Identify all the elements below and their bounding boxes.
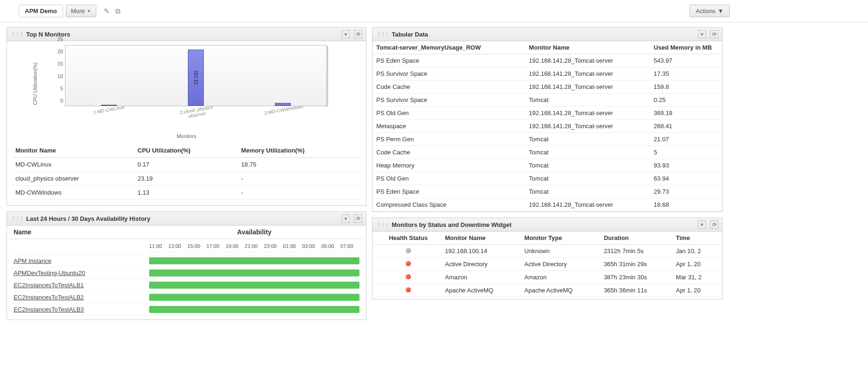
table-row[interactable]: Apache ActiveMQApache ActiveMQ365h 36min… [375, 284, 719, 297]
cell: 63.94 [650, 172, 722, 185]
cell: - [238, 172, 360, 186]
availability-bar[interactable] [149, 306, 359, 313]
widget-header[interactable]: ⋮⋮⋮ Last 24 Hours / 30 Days Availability… [7, 212, 366, 225]
health-status-icon [406, 287, 411, 292]
popout-icon[interactable]: ⧉ [113, 5, 123, 17]
bar[interactable]: 23.192 [188, 50, 204, 106]
cell: Metaspace [373, 120, 525, 133]
table-row[interactable]: PS Old GenTomcat63.942,650.56 [373, 172, 722, 185]
col-header[interactable]: Time [672, 232, 719, 245]
cell: Amazon [441, 271, 521, 284]
col-header[interactable]: Duration [600, 232, 672, 245]
table-row[interactable]: Active DirectoryActive Directory365h 31m… [375, 258, 719, 271]
refresh-icon[interactable]: ⟳ [710, 30, 718, 38]
refresh-icon[interactable]: ⟳ [354, 30, 362, 38]
drag-handle-icon[interactable]: ⋮⋮⋮ [376, 222, 389, 228]
monitor-link[interactable]: EC2InstancesToTestALB2 [14, 294, 84, 301]
cell: Compressed Class Space [373, 198, 525, 211]
table-row[interactable]: PS Survivor SpaceTomcat0.250.25 [373, 94, 722, 107]
col-header[interactable]: Monitor Name [441, 232, 521, 245]
col-name: Name [10, 225, 145, 239]
cell: 365h 31min 29s [600, 258, 672, 271]
health-status-icon [406, 274, 411, 279]
cell: 192.168.141.28_Tomcat-server [525, 67, 650, 80]
cell: Tomcat [525, 172, 650, 185]
actions-label: Actions [696, 7, 716, 15]
availability-bar[interactable] [149, 282, 359, 289]
time-tick: 17:00 [207, 243, 226, 249]
time-tick: 01:00 [283, 243, 302, 249]
cell: 365h 36min 11s [600, 284, 672, 297]
time-tick: 03:00 [302, 243, 321, 249]
cell: 369.19 [650, 107, 722, 120]
chevron-down-icon: ▼ [717, 7, 724, 15]
table-row: APMDevTesting-Ubuntu20 [10, 267, 363, 279]
table-row[interactable]: Metaspace192.168.141.28_Tomcat-server268… [373, 120, 722, 133]
bar-value-label: 23.192 [194, 71, 199, 85]
cell: Code Cache [373, 146, 525, 159]
tab-apm-demo[interactable]: APM Demo [19, 5, 63, 17]
refresh-icon[interactable]: ⟳ [710, 220, 718, 229]
widget-menu-icon[interactable]: ▾ [342, 214, 350, 223]
health-status-icon [406, 261, 411, 266]
monitor-link[interactable]: EC2InstancesToTestALB1 [14, 282, 84, 289]
more-dropdown[interactable]: More ▼ [66, 5, 97, 17]
widget-header[interactable]: ⋮⋮⋮ Tabular Data ▾ ⟳ [373, 28, 722, 41]
monitor-link[interactable]: EC2InstancesToTestALB3 [14, 306, 84, 313]
table-row[interactable]: MD-CWLinux0.1718.75 [13, 158, 360, 172]
drag-handle-icon[interactable]: ⋮⋮⋮ [11, 216, 23, 222]
table-row[interactable]: AmazonAmazon387h 23min 30sMar 31, 2 [375, 271, 719, 284]
edit-icon[interactable]: ✎ [101, 5, 113, 17]
refresh-icon[interactable]: ⟳ [354, 214, 362, 223]
cell: Apr 1, 20 [672, 284, 719, 297]
cell: Heap Memory [373, 159, 525, 172]
col-header[interactable]: Monitor Name [525, 41, 650, 54]
table-row[interactable]: PS Eden SpaceTomcat29.731,326.77 [373, 185, 722, 198]
availability-bar[interactable] [149, 269, 359, 276]
cell: 192.168.141.28_Tomcat-server [525, 198, 650, 211]
table-row[interactable]: Compressed Class Space192.168.141.28_Tom… [373, 198, 722, 211]
table-row[interactable]: PS Perm GenTomcat21.0760.93 [373, 133, 722, 146]
col-header[interactable]: CPU Utilization(%) [135, 144, 238, 158]
table-row[interactable]: Heap MemoryTomcat93.933,525.57 [373, 159, 722, 172]
chart-xlabel: Monitors [177, 133, 196, 139]
bar[interactable] [275, 103, 291, 106]
availability-bar[interactable] [149, 257, 359, 264]
table-row[interactable]: PS Old Gen192.168.141.28_Tomcat-server36… [373, 107, 722, 120]
col-header[interactable]: Used Memory in MB [650, 41, 722, 54]
col-header[interactable]: Health Status [375, 232, 441, 245]
drag-handle-icon[interactable]: ⋮⋮⋮ [11, 31, 23, 37]
table-row[interactable]: PS Survivor Space192.168.141.28_Tomcat-s… [373, 67, 722, 80]
table-row[interactable]: MD-CWWindows1.13- [13, 186, 360, 200]
cell: 5 [650, 146, 722, 159]
widget-menu-icon[interactable]: ▾ [698, 30, 706, 38]
col-header[interactable]: Memory Utilization(%) [238, 144, 360, 158]
cell: PS Eden Space [373, 54, 525, 67]
cell: Tomcat [525, 159, 650, 172]
table-row[interactable]: PS Eden Space192.168.141.28_Tomcat-serve… [373, 54, 722, 67]
availability-bar[interactable] [149, 294, 359, 301]
table-row[interactable]: cloud_physics observer23.19- [13, 172, 360, 186]
table-row: APM Instance [10, 255, 363, 267]
col-header[interactable]: Monitor Name [13, 144, 135, 158]
ytick: 25 [57, 36, 63, 42]
cell: Active Directory [521, 258, 600, 271]
widget-menu-icon[interactable]: ▾ [342, 30, 350, 38]
cell: Unknown [521, 245, 600, 258]
table-row: EC2InstancesToTestALB3 [10, 304, 363, 316]
col-header[interactable]: Tomcat-server_MemoryUsage_ROW [373, 41, 525, 54]
widget-header[interactable]: ⋮⋮⋮ Monitors by Status and Downtime Widg… [373, 218, 722, 232]
monitor-link[interactable]: APM Instance [14, 257, 51, 264]
cell: 159.8 [650, 80, 722, 94]
widget-menu-icon[interactable]: ▾ [698, 220, 706, 229]
actions-dropdown[interactable]: Actions ▼ [689, 5, 730, 17]
monitor-link[interactable]: APMDevTesting-Ubuntu20 [14, 269, 85, 276]
table-row[interactable]: Code Cache192.168.141.28_Tomcat-server15… [373, 80, 722, 94]
time-tick: 19:00 [226, 243, 245, 249]
cell: MD-CWLinux [13, 158, 135, 172]
drag-handle-icon[interactable]: ⋮⋮⋮ [376, 31, 389, 37]
col-header[interactable]: Monitor Type [521, 232, 600, 245]
tabular-scroll[interactable]: Tomcat-server_MemoryUsage_ROWMonitor Nam… [373, 41, 722, 211]
table-row[interactable]: Code CacheTomcat543 [373, 146, 722, 159]
table-row[interactable]: 192.168.100.14Unknown2312h 7min 5sJan 10… [375, 245, 719, 258]
